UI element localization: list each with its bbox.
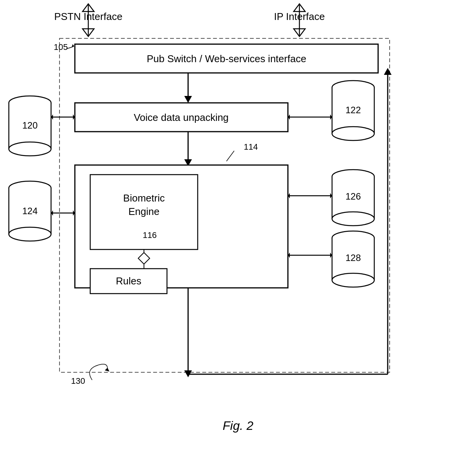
pub-switch-label: Pub Switch / Web-services interface [147,53,306,64]
diagram: PSTN Interface IP Interface Pub Switch /… [0,0,476,474]
ref-105-label: 105 [54,42,68,52]
svg-point-47 [332,127,374,140]
ref-120-label: 120 [22,120,38,130]
biometric-engine-label2: Engine [129,206,160,217]
voice-data-label: Voice data unpacking [134,112,228,123]
ref-124-label: 124 [22,206,38,216]
ref-130-label: 130 [71,376,85,386]
ref-114-label: 114 [244,142,258,152]
svg-point-55 [332,212,374,226]
biometric-engine-label: Biometric [123,192,165,204]
rules-label: Rules [116,275,141,287]
svg-point-31 [9,142,51,156]
ref-128-label: 128 [345,253,361,263]
ref-126-label: 126 [345,191,361,201]
ref-122-label: 122 [345,105,361,115]
biometric-engine-number: 116 [143,230,157,240]
figure-caption: Fig. 2 [223,419,253,433]
svg-point-63 [332,273,374,287]
svg-point-39 [9,227,51,241]
